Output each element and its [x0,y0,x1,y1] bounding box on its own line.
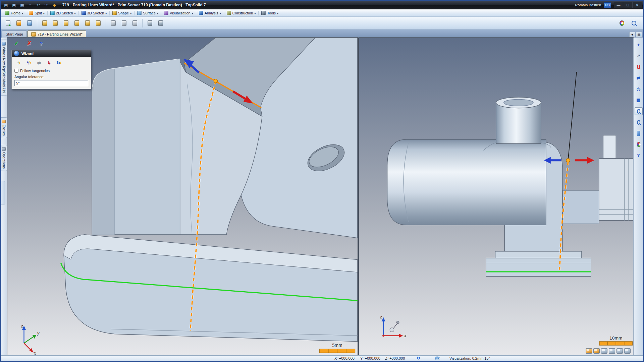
customize-icon[interactable]: ◆ [51,2,58,8]
center-view-icon[interactable]: ◎ [635,85,643,93]
user-link[interactable]: Romain Bastien [575,3,601,7]
part-outlet [562,190,599,224]
menu-surface[interactable]: Surface [135,10,161,16]
chevron-down-icon [192,11,193,15]
palette-icon[interactable] [635,140,643,148]
maximize-button[interactable]: □ [623,2,633,8]
toolbar-separator [106,19,106,27]
chevron-down-icon [22,11,23,15]
view-cube-icon-1[interactable] [586,348,592,354]
flash-arrow-left-icon[interactable]: ↰ϟ [24,59,33,66]
left-viewport[interactable]: z y x 5mm ✓ ✗ ? [7,38,358,355]
part-geometry [64,38,358,342]
new-document-icon[interactable]: ▤ [3,2,9,8]
slider-icon[interactable] [130,18,140,28]
menu-shape[interactable]: Shape [110,10,134,16]
view-cube-icon-6[interactable] [624,348,631,354]
shut-off-surface-icon[interactable] [94,18,103,28]
loop-arrow-icon[interactable]: ↻ϟ [55,59,63,66]
pdm-sync-icon[interactable] [25,18,34,28]
magnet-icon[interactable] [635,63,643,71]
flash-arrow-up-icon[interactable]: ↑ϟ [14,59,23,66]
sidebar-tab-operations[interactable]: Operations [1,145,7,171]
close-button[interactable]: × [633,2,642,8]
menu-home[interactable]: Home [3,10,25,16]
menu-split[interactable]: Split [26,10,47,16]
orientation-icon[interactable]: ↗ [635,52,643,60]
grid-view-icon[interactable]: ▦ [635,96,643,104]
menu-3d-sketch[interactable]: 3D Sketch [79,10,109,16]
insert-icon[interactable] [119,18,129,28]
help-button[interactable]: ? [38,40,45,47]
mold-base-icon[interactable] [40,18,49,28]
coordinate-x: X=+000,000 [334,356,355,360]
tab-list-button[interactable]: ▾ [629,32,635,38]
document-tab-bar: Start Page 719 - Parting Lines Wizard* ▾… [1,29,643,38]
validate-button[interactable]: ✓ [12,40,21,47]
parting-point-handle[interactable] [566,159,570,162]
toolbar-separator [37,19,37,27]
cancel-button[interactable]: ✗ [25,40,34,47]
parting-surface-icon[interactable] [83,18,92,28]
chevron-down-icon [277,11,278,15]
swap-direction-icon[interactable]: ⇄ [635,74,643,82]
view-cube-icon-5[interactable] [616,348,623,354]
gray-arrows-icon[interactable]: ⇄ [35,59,43,66]
follow-tangencies-row: Follow tangencies [14,69,88,73]
menu-visualization[interactable]: Visualization [162,10,196,16]
new-document-icon[interactable] [3,18,13,28]
follow-tangencies-checkbox[interactable] [14,69,18,73]
right-viewport[interactable]: z x 10mm [359,38,633,355]
quick-access-toolbar: ▤ ▣ ▦ ≡ ↶ ↷ ◆ [1,2,58,8]
menu-separator [134,11,135,15]
view-cube-icon-2[interactable] [593,348,600,354]
tab-parting-lines-wizard[interactable]: 719 - Parting Lines Wizard* [28,31,86,38]
undo-icon[interactable]: ↶ [35,2,42,8]
zoom-icon[interactable] [635,118,643,126]
menu-analysis[interactable]: Analysis [197,10,223,16]
angular-tolerance-input[interactable] [14,80,88,86]
view-cube-icon-3[interactable] [601,348,607,354]
menu-separator [109,11,110,15]
add-icon[interactable]: + [635,41,643,49]
print-icon[interactable]: ≡ [27,2,34,8]
split-icon [29,11,33,15]
menu-construction[interactable]: Construction [224,10,258,16]
menu-separator [224,11,224,15]
sidebar-tab-entities[interactable]: Entities [1,117,7,138]
parting-point-handle[interactable] [214,79,217,83]
shaded-view-icon[interactable] [635,129,643,137]
cavity-icon[interactable] [61,18,71,28]
plates-icon[interactable] [109,18,118,28]
menu-tools[interactable]: Tools [259,10,281,16]
save-all-icon[interactable]: ▦ [19,2,25,8]
redo-icon[interactable]: ↷ [43,2,50,8]
mold-template-icon[interactable] [14,18,23,28]
zoom-window-icon[interactable] [635,107,643,115]
chevron-down-icon [220,11,221,15]
sync-icon[interactable]: ↻ [417,356,420,361]
save-icon[interactable]: ▣ [11,2,17,8]
visualization-quality-icon[interactable] [435,356,440,361]
pin-panel-button[interactable]: ▤ [636,32,642,38]
render-style-icon[interactable] [617,18,627,28]
core-icon[interactable] [51,18,60,28]
wizard-header[interactable]: Wizard [12,50,91,57]
ejector-icon[interactable] [145,18,155,28]
minimize-button[interactable]: — [614,2,623,8]
user-badge[interactable]: RB [604,2,611,8]
menu-2d-sketch[interactable]: 2D Sketch [48,10,78,16]
sidebar-tab-whats-new[interactable]: What's New TopSolid Mold 719 [1,40,7,96]
part-base [486,258,591,277]
help-icon[interactable]: ? [635,152,643,159]
mold-plate [599,159,633,220]
red-arrow-icon[interactable]: ↳ [45,59,53,66]
triad-x-label: x [404,334,407,339]
view-cube-icon-4[interactable] [609,348,615,354]
parting-line-icon[interactable] [72,18,82,28]
tab-start-page[interactable]: Start Page [2,31,27,38]
analysis-icon[interactable] [156,18,165,28]
right-viewport-canvas: z x 10mm [359,38,633,355]
zoom-tool-icon[interactable] [629,18,639,28]
collapsed-panel-handle[interactable] [1,181,5,204]
